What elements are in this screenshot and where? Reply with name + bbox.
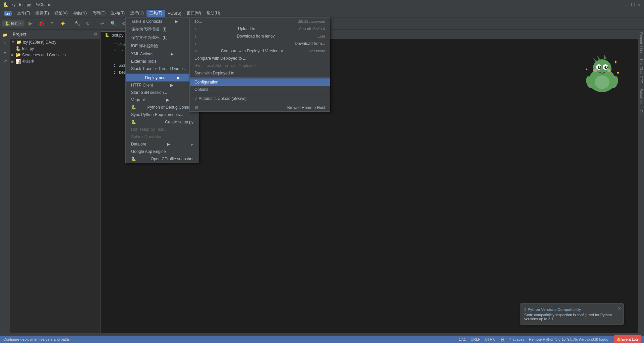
- sub-download-lenov-shortcut: ...ord: [317, 34, 325, 38]
- menu-item-save-template[interactable]: 保存为代码模板...(I): [126, 25, 199, 34]
- menu-item-tasks[interactable]: Tasks & Contexts ▶: [126, 18, 199, 25]
- menu-item-python-debug-console[interactable]: 🐍 Python or Debug Console: [126, 104, 199, 111]
- menu-refactor[interactable]: 重构(R): [108, 10, 127, 17]
- sub-item-download-lenov[interactable]: ↓ Download from lenov... ...ord: [190, 33, 330, 40]
- project-panel-title: Project: [13, 32, 26, 37]
- profile-button[interactable]: ⚡: [58, 19, 67, 28]
- sidebar-project-icon[interactable]: 📁: [1, 31, 9, 39]
- save-file-template-label: 保存文件为模板...(L): [131, 35, 168, 41]
- external-tools-label: External Tools: [131, 59, 156, 64]
- right-panel-nextchar[interactable]: NextChar GPT: [639, 56, 644, 86]
- close-button[interactable]: ✕: [637, 2, 641, 7]
- maximize-button[interactable]: ☐: [631, 2, 635, 7]
- right-panel-sonarlint[interactable]: SonarLint: [639, 86, 644, 107]
- sub-item-compare-deployed-ver[interactable]: ≋ Compare with Deployed Version or ... p…: [190, 47, 330, 55]
- datalore-sub-arrow: ▶: [167, 142, 170, 147]
- sub-sync-local-label: Sync Local Subtree with Deployed: [194, 63, 256, 68]
- menu-code[interactable]: 代码(C): [90, 10, 109, 17]
- menu-vcs[interactable]: VCS(S): [165, 10, 184, 16]
- ssh-label: Start SSH session...: [131, 90, 167, 95]
- title-bar: 🐍 Izy - test.py - PyCharm — ☐ ✕: [0, 0, 644, 9]
- footer-status-text: Configure deployment servers and paths: [3, 337, 70, 341]
- cprofile-label: Open CProfile snapshot: [151, 157, 193, 161]
- submenu-sep-2: [190, 94, 330, 94]
- tree-label-izy: Izy [628test] DA/zy: [23, 40, 56, 45]
- search-button[interactable]: 🔍: [108, 19, 118, 28]
- coverage-button[interactable]: ☂: [47, 19, 57, 28]
- run-config-selector[interactable]: 🐍 test ▼: [2, 20, 24, 26]
- sub-item-options[interactable]: Options...: [190, 86, 330, 93]
- sidebar-structure-icon[interactable]: ⊟: [1, 40, 9, 48]
- sub-item-browse-remote[interactable]: 🖥 Browse Remote Host: [190, 104, 330, 111]
- tree-item-izy[interactable]: ▼ 📁 Izy [628test] DA/zy: [10, 39, 100, 45]
- vagrant-sub-arrow: ▶: [166, 98, 169, 102]
- undo-button[interactable]: ↩: [98, 19, 107, 28]
- svg-point-9: [607, 69, 611, 72]
- run-config-dropdown-icon: ▼: [19, 22, 22, 25]
- sub-item-sp[interactable]: sp... :55:22 password: [190, 18, 330, 25]
- menu-item-vagrant[interactable]: Vagrant ▶: [126, 96, 199, 104]
- menu-item-create-setup[interactable]: 🐍 Create setup.py: [126, 118, 199, 126]
- menu-item-http-client[interactable]: HTTP Client ▶: [126, 81, 199, 89]
- sub-item-configuration[interactable]: Configuration...: [190, 78, 330, 86]
- build-button[interactable]: 🔨: [72, 19, 82, 28]
- sidebar-bookmarks-icon[interactable]: ★: [1, 48, 9, 56]
- debug-button[interactable]: 🐞: [37, 19, 46, 28]
- menu-item-run-setup: Run setup.py Task...: [126, 126, 199, 133]
- menu-item-xml[interactable]: XML Actions ▶: [126, 50, 199, 58]
- minimize-button[interactable]: —: [625, 2, 629, 7]
- menu-window[interactable]: 窗口(W): [184, 10, 204, 17]
- run-button[interactable]: ▶: [26, 19, 35, 28]
- menu-item-external-tools[interactable]: External Tools: [126, 58, 199, 65]
- svg-point-1: [593, 59, 611, 78]
- sub-item-upload[interactable]: ↑ Upload to... Ctrl+Alt+Shift+X: [190, 25, 330, 33]
- sync-button[interactable]: ↻: [83, 19, 93, 28]
- tree-item-scratches[interactable]: ▶ 📂 Scratches and Consoles: [10, 52, 100, 58]
- title-bar-controls[interactable]: — ☐ ✕: [625, 2, 641, 7]
- footer-indent: 4 spaces: [510, 337, 524, 341]
- menu-tools[interactable]: 工具(T): [147, 10, 165, 17]
- sub-item-compare-deployed-to[interactable]: Compare with Deployed to ...: [190, 55, 330, 62]
- right-sidebar: Remote Host NextChar GPT SonarLint Git: [638, 30, 644, 333]
- menu-item-cprofile[interactable]: 🐍 Open CProfile snapshot: [126, 155, 199, 163]
- sidebar-git-icon[interactable]: ⎇: [1, 57, 9, 65]
- menu-item-save-file-template[interactable]: 保存文件为模板...(L): [126, 34, 199, 42]
- deployment-label: Deployment: [145, 75, 167, 80]
- event-log-footer-label: Event Log: [621, 337, 638, 341]
- run-config-name: test: [11, 21, 17, 26]
- sub-item-auto-upload[interactable]: ✓ Automatic Upload (always): [190, 95, 330, 102]
- menu-file[interactable]: 文件(F): [14, 10, 33, 17]
- menu-item-deployment[interactable]: ↕ Deployment ▶: [126, 74, 199, 81]
- menu-help[interactable]: 帮助(H): [204, 10, 223, 17]
- tree-item-library[interactable]: ▶ 📊 外部库: [10, 58, 100, 65]
- sub-auto-upload-label: ✓ Automatic Upload (always): [194, 96, 246, 101]
- notification-close-button[interactable]: ✕: [618, 306, 621, 311]
- code-text-3: [113, 56, 116, 63]
- right-panel-remote-host[interactable]: Remote Host: [639, 30, 644, 56]
- svg-text:✦: ✦: [585, 67, 588, 71]
- menu-item-sync-requirements[interactable]: Sync Python Requirements...: [126, 111, 199, 118]
- status-footer: Configure deployment servers and paths 1…: [0, 336, 644, 343]
- sub-item-download-from[interactable]: ↓ Download from...: [190, 40, 330, 47]
- tree-arrow-library: ▶: [11, 60, 14, 63]
- menu-view[interactable]: 视图(V): [52, 10, 70, 17]
- menu-item-google-app[interactable]: Google App Engine: [126, 148, 199, 155]
- character-decoration: ✦ ✦ ★ ⚙ ⚙ ⚙: [580, 54, 624, 97]
- menu-edit[interactable]: 编辑(E): [33, 10, 52, 17]
- event-log-footer-button[interactable]: 🔔 Event Log: [614, 336, 641, 343]
- menu-item-stack-trace[interactable]: Stack Trace or Thread Dump...: [126, 65, 199, 72]
- title-bar-title: Izy - test.py - PyCharm: [10, 2, 51, 7]
- menu-navigate[interactable]: 导航(N): [70, 10, 90, 17]
- menu-izy[interactable]: Izy: [1, 10, 14, 16]
- right-panel-git[interactable]: Git: [639, 107, 644, 117]
- menu-item-ide-script[interactable]: IDE 脚本控制台: [126, 42, 199, 50]
- project-settings-icon[interactable]: ⚙: [94, 32, 98, 37]
- sub-sync-deployed-label: Sync with Deployed to ...: [194, 71, 239, 75]
- menu-item-datalore[interactable]: Datalore ▶: [126, 140, 199, 148]
- tree-item-testpy[interactable]: 🐍 test.py: [10, 45, 100, 52]
- sub-item-sync-deployed[interactable]: Sync with Deployed to ...: [190, 69, 330, 77]
- svg-text:★: ★: [617, 71, 620, 74]
- menu-run[interactable]: 运行(U): [127, 10, 147, 17]
- menu-item-ssh[interactable]: Start SSH session...: [126, 89, 199, 96]
- sphinx-label: Sphinx Quickstart: [131, 134, 163, 139]
